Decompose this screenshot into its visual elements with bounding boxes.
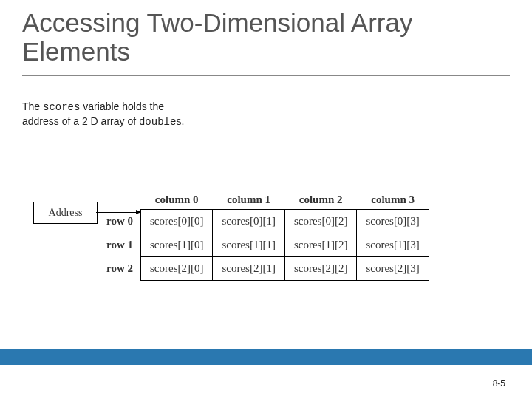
- address-box: Address: [33, 202, 98, 224]
- array-cell: scores[1][3]: [357, 233, 429, 257]
- desc-type: double: [139, 116, 176, 128]
- description-text: The scores variable holds the address of…: [22, 100, 185, 129]
- array-cell: scores[2][1]: [213, 257, 284, 281]
- table-corner: [103, 191, 140, 210]
- array-cell: scores[1][1]: [213, 233, 284, 257]
- table-header-row: column 0 column 1 column 2 column 3: [103, 191, 429, 210]
- row-header: row 2: [103, 257, 140, 281]
- desc-pre: The: [22, 100, 43, 112]
- array-cell: scores[0][1]: [213, 210, 284, 233]
- array-cell: scores[0][0]: [140, 210, 212, 233]
- array-cell: scores[2][0]: [140, 257, 212, 281]
- table-row: row 0 scores[0][0] scores[0][1] scores[0…: [103, 210, 429, 233]
- array-cell: scores[1][2]: [284, 233, 356, 257]
- table-row: row 2 scores[2][0] scores[2][1] scores[2…: [103, 257, 429, 281]
- footer-bar: [0, 349, 532, 365]
- array-cell: scores[0][3]: [357, 210, 429, 233]
- row-header: row 1: [103, 233, 140, 257]
- page-number: 8-5: [493, 378, 505, 389]
- desc-post: s.: [176, 115, 184, 127]
- col-header: column 1: [213, 191, 284, 210]
- array-table: column 0 column 1 column 2 column 3 row …: [103, 191, 429, 281]
- row-header: row 0: [103, 210, 140, 233]
- title-underline: [22, 75, 510, 76]
- desc-variable: scores: [43, 101, 80, 113]
- col-header: column 2: [284, 191, 356, 210]
- col-header: column 3: [357, 191, 429, 210]
- array-cell: scores[2][2]: [284, 257, 356, 281]
- col-header: column 0: [140, 191, 212, 210]
- slide: Accessing Two-Dimensional Array Elements…: [0, 0, 532, 399]
- table-row: row 1 scores[1][0] scores[1][1] scores[1…: [103, 233, 429, 257]
- array-table-wrap: column 0 column 1 column 2 column 3 row …: [103, 191, 429, 281]
- page-title: Accessing Two-Dimensional Array Elements: [22, 9, 510, 66]
- array-cell: scores[0][2]: [284, 210, 356, 233]
- array-cell: scores[2][3]: [357, 257, 429, 281]
- array-cell: scores[1][0]: [140, 233, 212, 257]
